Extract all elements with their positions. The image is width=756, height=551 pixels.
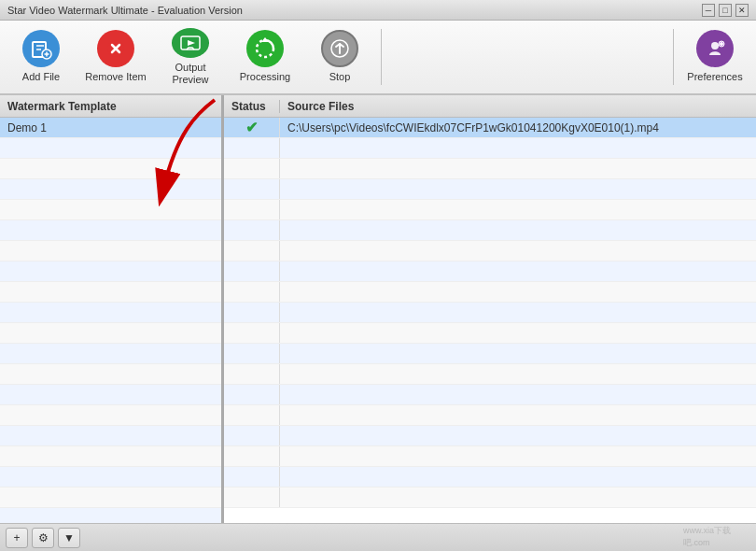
table-row[interactable] [224,405,756,426]
table-row[interactable] [224,220,756,241]
table-row[interactable]: ✔ C:\Users\pc\Videos\fcCWIEkdlx07CFrP1wG… [224,118,756,138]
list-item[interactable] [0,405,221,426]
arrow-bottom-button[interactable]: ▼ [58,528,80,548]
list-item[interactable] [0,303,221,323]
settings-bottom-button[interactable]: ⚙ [32,528,54,548]
stop-label: Stop [329,71,351,83]
status-cell [224,261,280,281]
status-cell [224,344,280,363]
table-row[interactable] [224,179,756,200]
right-panel-header: Status Source Files [224,95,756,118]
toolbar: Add File Remove Item Output Preview [0,21,756,95]
table-row[interactable] [224,303,756,323]
table-row[interactable] [224,446,756,467]
add-file-label: Add File [22,71,60,83]
table-row[interactable] [224,159,756,179]
status-cell [224,405,280,425]
left-panel: Watermark Template Demo 1 [0,95,224,523]
list-item[interactable] [0,364,221,385]
add-bottom-button[interactable]: + [6,528,28,548]
list-item[interactable] [0,467,221,487]
status-cell [224,138,280,158]
status-cell [224,159,280,178]
status-cell [224,200,280,219]
list-item[interactable] [0,138,221,159]
list-item[interactable] [0,446,221,467]
processing-label: Processing [240,71,290,83]
stop-icon [321,30,358,67]
list-item[interactable] [0,323,221,344]
status-cell [224,241,280,261]
preferences-icon [696,30,734,67]
table-row[interactable] [224,241,756,261]
table-row[interactable] [224,385,756,405]
close-btn[interactable]: ✕ [735,4,749,17]
status-cell [224,446,280,466]
status-column-header: Status [224,100,280,113]
svg-marker-4 [188,40,195,46]
processing-button[interactable]: Processing [228,23,302,91]
status-cell [224,303,280,322]
status-cell [224,426,280,445]
table-row[interactable] [224,487,756,508]
list-item[interactable] [0,179,221,200]
remove-item-button[interactable]: Remove Item [78,23,153,91]
remove-item-label: Remove Item [85,71,146,83]
output-preview-label: Output Preview [158,62,223,86]
status-cell [224,385,280,404]
toolbar-divider-right [673,29,674,85]
list-item[interactable] [0,200,221,220]
table-row[interactable] [224,344,756,364]
watermark-template-header: Watermark Template [0,95,221,118]
status-cell: ✔ [224,118,280,137]
list-item[interactable] [0,282,221,303]
minimize-btn[interactable]: ─ [702,4,715,17]
table-row[interactable] [224,467,756,487]
list-item[interactable] [0,261,221,282]
list-item[interactable] [0,426,221,446]
table-row[interactable] [224,261,756,282]
status-cell [224,323,280,343]
list-item[interactable] [0,220,221,241]
table-row[interactable] [224,282,756,303]
remove-item-icon [97,30,134,67]
table-row[interactable] [224,364,756,385]
stop-button[interactable]: Stop [302,23,377,91]
window-controls[interactable]: ─ □ ✕ [702,4,749,17]
toolbar-divider [381,29,382,85]
list-item[interactable] [0,508,221,523]
svg-point-10 [711,42,719,49]
list-item[interactable]: Demo 1 [0,118,221,138]
bottom-bar: + ⚙ ▼ [0,523,756,551]
watermark-template-list[interactable]: Demo 1 [0,118,221,523]
files-column-header: Source Files [280,100,361,113]
title-text: Star Video Watermark Ultimate - Evaluati… [7,5,243,16]
main-content: Watermark Template Demo 1 [0,95,756,523]
status-cell [224,220,280,240]
table-row[interactable] [224,323,756,344]
list-item[interactable] [0,487,221,508]
output-preview-icon [172,28,209,58]
list-item[interactable] [0,344,221,364]
right-panel: Status Source Files ✔ C:\Users\pc\Videos… [224,95,756,523]
file-path: C:\Users\pc\Videos\fcCWIEkdlx07CFrP1wGk0… [280,121,666,134]
preferences-button[interactable]: Preferences [678,23,752,91]
list-item[interactable] [0,159,221,179]
title-bar: Star Video Watermark Ultimate - Evaluati… [0,0,756,21]
preferences-label: Preferences [687,71,742,83]
files-list[interactable]: ✔ C:\Users\pc\Videos\fcCWIEkdlx07CFrP1wG… [224,118,756,523]
output-preview-button[interactable]: Output Preview [153,23,228,91]
status-cell [224,487,280,507]
status-cell [224,364,280,384]
processing-icon [246,30,284,67]
status-cell [224,179,280,199]
table-row[interactable] [224,200,756,220]
table-row[interactable] [224,426,756,446]
list-item[interactable] [0,241,221,261]
add-file-icon [22,30,60,67]
list-item[interactable] [0,385,221,405]
watermark-logo: www.xia下载吧.com [681,523,756,551]
maximize-btn[interactable]: □ [719,4,732,17]
table-row[interactable] [224,138,756,159]
add-file-button[interactable]: Add File [4,23,78,91]
